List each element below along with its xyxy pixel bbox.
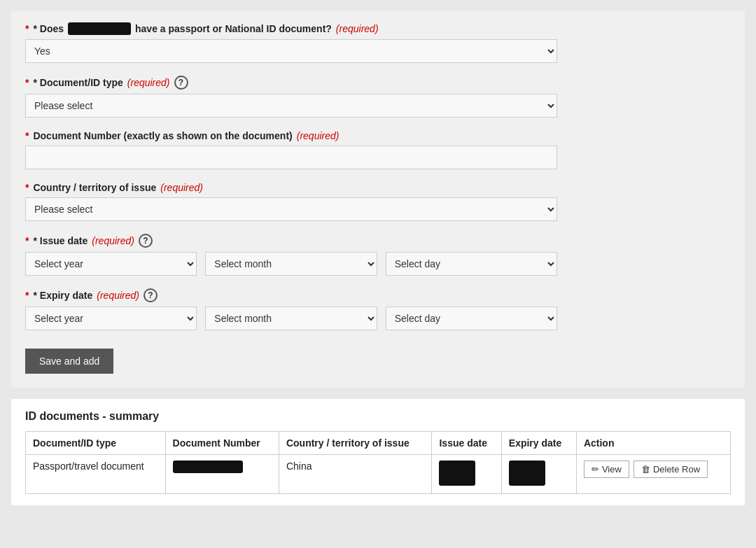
doc-number-label-text: Document Number (exactly as shown on the…	[33, 130, 292, 141]
issue-date-row: Select year Select month Select day	[25, 252, 557, 276]
expiry-date-row: Select year Select month Select day	[25, 307, 557, 330]
country-label: * Country / territory of issue (required…	[25, 182, 731, 193]
issue-day-select[interactable]: Select day	[386, 252, 557, 276]
row-doc-number	[165, 455, 279, 494]
expiry-date-redacted	[509, 461, 545, 486]
expiry-date-group: * * Expiry date (required) ? Select year…	[25, 288, 731, 330]
row-doc-type: Passport/travel document	[26, 455, 166, 494]
issue-date-redacted	[439, 461, 475, 486]
issue-date-required-text: (required)	[92, 235, 134, 246]
required-star: *	[25, 23, 29, 34]
summary-section: ID documents - summary Document/ID type …	[11, 399, 745, 505]
doc-number-label: * Document Number (exactly as shown on t…	[25, 130, 731, 141]
required-star-2: *	[25, 77, 29, 88]
expiry-date-label: * * Expiry date (required) ?	[25, 288, 731, 302]
doc-type-label: * * Document/ID type (required) ?	[25, 76, 731, 90]
required-star-6: *	[25, 290, 29, 301]
required-star-4: *	[25, 182, 29, 193]
summary-table-body: Passport/travel document China ✏ View	[26, 455, 731, 494]
doc-number-redacted	[173, 461, 243, 473]
col-doc-number: Document Number	[165, 432, 279, 455]
person-name-redacted	[68, 22, 131, 35]
col-action: Action	[576, 432, 730, 455]
doc-number-required-text: (required)	[297, 130, 340, 141]
passport-question-label: * * Does have a passport or National ID …	[25, 22, 731, 35]
summary-title: ID documents - summary	[25, 410, 731, 423]
passport-label-suffix: have a passport or National ID document?	[135, 23, 332, 34]
pencil-icon: ✏	[592, 464, 599, 475]
country-required-text: (required)	[160, 182, 203, 193]
required-star-3: *	[25, 130, 29, 141]
col-issue-date: Issue date	[432, 432, 501, 455]
issue-date-label-text: * Issue date	[33, 235, 88, 246]
row-action: ✏ View 🗑 Delete Row	[576, 455, 730, 494]
col-doc-type: Document/ID type	[26, 432, 166, 455]
expiry-month-select[interactable]: Select month	[205, 307, 377, 330]
issue-date-help-icon[interactable]: ?	[139, 234, 153, 248]
passport-required-text: (required)	[336, 23, 379, 34]
issue-month-select[interactable]: Select month	[205, 252, 377, 276]
issue-date-group: * * Issue date (required) ? Select year …	[25, 234, 731, 276]
expiry-date-label-text: * Expiry date	[33, 290, 92, 301]
issue-year-select[interactable]: Select year	[25, 252, 197, 276]
view-label: View	[602, 464, 622, 475]
summary-table-header: Document/ID type Document Number Country…	[26, 432, 731, 455]
doc-type-group: * * Document/ID type (required) ? Please…	[25, 76, 731, 118]
doc-number-input[interactable]	[25, 146, 557, 169]
summary-table: Document/ID type Document Number Country…	[25, 431, 731, 494]
country-group: * Country / territory of issue (required…	[25, 182, 731, 221]
required-star-5: *	[25, 235, 29, 246]
action-buttons: ✏ View 🗑 Delete Row	[584, 461, 723, 478]
country-select[interactable]: Please select	[25, 197, 557, 221]
row-expiry-date	[501, 455, 576, 494]
passport-question-group: * * Does have a passport or National ID …	[25, 22, 731, 63]
form-section: * * Does have a passport or National ID …	[11, 11, 745, 388]
row-issue-date	[432, 455, 501, 494]
col-country: Country / territory of issue	[279, 432, 432, 455]
doc-number-group: * Document Number (exactly as shown on t…	[25, 130, 731, 169]
doc-type-required-text: (required)	[127, 77, 170, 88]
save-and-add-button[interactable]: Save and add	[25, 349, 113, 374]
table-row: Passport/travel document China ✏ View	[26, 455, 731, 494]
col-expiry-date: Expiry date	[501, 432, 576, 455]
delete-row-button[interactable]: 🗑 Delete Row	[634, 461, 708, 478]
country-label-text: Country / territory of issue	[33, 182, 156, 193]
doc-type-label-text: * Document/ID type	[33, 77, 122, 88]
expiry-date-help-icon[interactable]: ?	[144, 288, 158, 302]
header-row: Document/ID type Document Number Country…	[26, 432, 731, 455]
row-country: China	[279, 455, 432, 494]
issue-date-label: * * Issue date (required) ?	[25, 234, 731, 248]
view-button[interactable]: ✏ View	[584, 461, 629, 478]
doc-type-select[interactable]: Please select	[25, 94, 557, 118]
trash-icon: 🗑	[641, 464, 650, 475]
delete-label: Delete Row	[653, 464, 700, 475]
passport-label-prefix: * Does	[33, 23, 64, 34]
expiry-date-required-text: (required)	[97, 290, 139, 301]
expiry-year-select[interactable]: Select year	[25, 307, 197, 330]
expiry-day-select[interactable]: Select day	[386, 307, 557, 330]
passport-select[interactable]: Yes No	[25, 39, 557, 63]
doc-type-help-icon[interactable]: ?	[174, 76, 188, 90]
